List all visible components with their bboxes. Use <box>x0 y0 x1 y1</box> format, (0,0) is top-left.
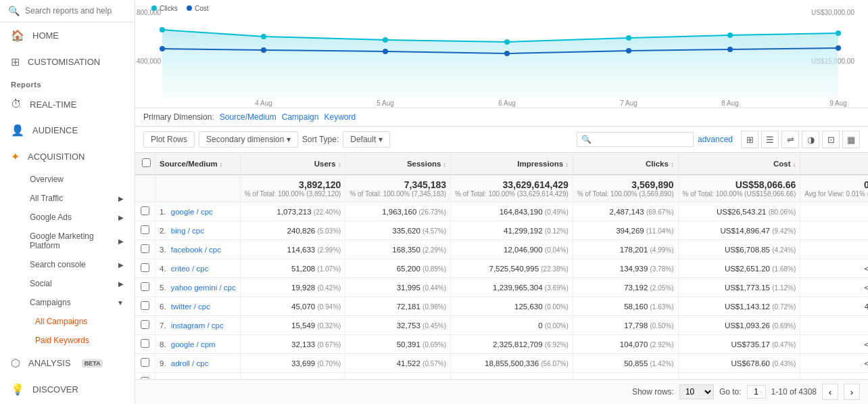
sidebar-item-realtime[interactable]: ⏱ REAL-TIME <box>0 91 135 117</box>
totals-ctr: 0.01% Avg for View: 0.01% (0.00%) <box>800 175 868 202</box>
source-link[interactable]: twitter / cpc <box>171 302 210 311</box>
source-link[interactable]: yahoo gemini / cpc <box>171 284 236 292</box>
sidebar-sub-paid-keywords[interactable]: Paid Keywords <box>0 331 135 350</box>
th-users[interactable]: Users ↕ <box>240 153 345 175</box>
table-row: 1. google / cpc 1,073,213 (22.40%) 1,963… <box>135 202 868 221</box>
select-all-checkbox[interactable] <box>142 158 151 167</box>
totals-cost: US$58,066.66 % of Total: 100.00% (US$158… <box>678 175 800 202</box>
sidebar-item-audience[interactable]: 👤 AUDIENCE <box>0 117 135 143</box>
sidebar-item-acquisition[interactable]: ✦ ACQUISITION <box>0 143 135 170</box>
table-row: 7. instagram / cpc 15,549 (0.32%) 32,753… <box>135 316 868 335</box>
row-source: 10. outbrain / cpc <box>155 373 241 380</box>
sidebar-item-discover[interactable]: 💡 DISCOVER <box>0 376 135 403</box>
row-impressions: 244,194 (0.00%) <box>451 373 573 380</box>
advanced-link[interactable]: advanced <box>698 135 733 144</box>
row-users: 240,826 (5.03%) <box>240 221 345 240</box>
goto-label: Go to: <box>719 387 742 397</box>
row-ctr: 0.00% <box>800 316 868 335</box>
row-clicks: 178,201 (4.99%) <box>573 240 678 259</box>
realtime-label: REAL-TIME <box>30 99 76 110</box>
source-link[interactable]: google / cpm <box>171 340 216 349</box>
sidebar-item-customisation[interactable]: ⊞ CUSTOMISATION <box>0 49 135 75</box>
table-search-input[interactable] <box>594 135 689 144</box>
th-clicks[interactable]: Clicks ↕ <box>573 153 678 175</box>
sidebar-item-home[interactable]: 🏠 HOME <box>0 22 135 49</box>
secondary-dimension-button[interactable]: Secondary dimension ▾ <box>199 131 298 148</box>
row-checkbox[interactable] <box>135 259 155 278</box>
next-page-button[interactable]: › <box>844 384 860 400</box>
chart-view-button[interactable]: ▦ <box>842 131 860 148</box>
pivot-view-button[interactable]: ⊡ <box>822 131 840 148</box>
row-cost: US$678.60 (0.43%) <box>678 354 800 373</box>
row-checkbox[interactable] <box>135 240 155 259</box>
totals-users: 3,892,120 % of Total: 100.00% (3,892,120… <box>240 175 345 202</box>
rows-per-page-select[interactable]: 10 25 50 100 <box>679 384 714 399</box>
sidebar-item-analysis[interactable]: ⬡ ANALYSIS BETA <box>0 350 135 376</box>
sidebar-sub-google-ads[interactable]: Google Ads ▶ <box>0 208 135 227</box>
row-checkbox[interactable] <box>135 316 155 335</box>
row-ctr: <0.01% <box>800 278 868 297</box>
row-impressions: 2,325,812,709 (6.92%) <box>451 335 573 354</box>
row-checkbox[interactable] <box>135 278 155 297</box>
list-view-button[interactable]: ☰ <box>761 131 779 148</box>
source-link[interactable]: bing / cpc <box>171 227 204 235</box>
svg-text:Clicks: Clicks <box>160 5 178 12</box>
sort-default-button[interactable]: Default ▾ <box>343 131 389 148</box>
row-source: 8. google / cpm <box>155 335 241 354</box>
search-bar[interactable]: 🔍 <box>0 0 135 22</box>
checkbox-header[interactable] <box>135 153 155 175</box>
svg-point-22 <box>727 47 733 52</box>
keyword-link[interactable]: Keyword <box>324 112 356 122</box>
sidebar-sub-gmp[interactable]: Google Marketing Platform ▶ <box>0 227 135 255</box>
row-cost: US$1,773.15 (1.12%) <box>678 278 800 297</box>
svg-text:800,000: 800,000 <box>137 9 162 16</box>
th-sessions[interactable]: Sessions ↕ <box>345 153 451 175</box>
row-sessions: 50,391 (0.69%) <box>345 335 451 354</box>
row-checkbox[interactable] <box>135 373 155 380</box>
campaign-link[interactable]: Campaign <box>282 112 319 122</box>
discover-label: DISCOVER <box>32 384 78 395</box>
totals-checkbox <box>135 175 155 202</box>
svg-point-17 <box>160 46 165 51</box>
source-link[interactable]: criteo / cpc <box>171 265 209 273</box>
pie-view-button[interactable]: ◑ <box>802 131 819 148</box>
row-checkbox[interactable] <box>135 297 155 316</box>
row-checkbox[interactable] <box>135 354 155 373</box>
source-link[interactable]: google / cpc <box>171 208 213 216</box>
row-source: 2. bing / cpc <box>155 221 241 240</box>
row-checkbox[interactable] <box>135 202 155 221</box>
table-search-box[interactable]: 🔍 <box>577 132 694 147</box>
source-link[interactable]: instagram / cpc <box>171 321 224 330</box>
th-impressions[interactable]: Impressions ↕ <box>451 153 573 175</box>
search-input[interactable] <box>25 6 126 16</box>
source-link[interactable]: facebook / cpc <box>171 246 221 254</box>
source-medium-link[interactable]: Source/Medium <box>220 112 276 122</box>
analysis-icon: ⬡ <box>11 357 20 369</box>
prev-page-button[interactable]: ‹ <box>822 384 838 400</box>
sidebar-sub-all-campaigns[interactable]: All Campaigns <box>0 312 135 331</box>
chart-area: 800,000 400,000 US$30,000.00 US$15,000.0… <box>135 0 868 108</box>
th-cost[interactable]: Cost ↓ <box>678 153 800 175</box>
row-cost: US$503.24 (0.32%) <box>678 373 800 380</box>
sidebar-sub-campaigns[interactable]: Campaigns ▼ <box>0 293 135 312</box>
row-users: 114,633 (2.99%) <box>240 240 345 259</box>
source-link[interactable]: adroll / cpc <box>171 359 209 367</box>
row-clicks: 104,070 (2.92%) <box>573 335 678 354</box>
sidebar-sub-social[interactable]: Social ▶ <box>0 274 135 293</box>
grid-view-button[interactable]: ⊞ <box>741 131 758 148</box>
plot-rows-button[interactable]: Plot Rows <box>143 131 195 148</box>
compare-view-button[interactable]: ⇌ <box>781 131 799 148</box>
goto-input[interactable] <box>747 385 766 399</box>
sidebar-sub-all-traffic[interactable]: All Traffic ▶ <box>0 189 135 208</box>
chart-svg: 800,000 400,000 US$30,000.00 US$15,000.0… <box>135 3 868 108</box>
row-sessions: 335,620 (4.57%) <box>345 221 451 240</box>
chevron-right-icon: ▶ <box>118 280 124 288</box>
table-row: 4. criteo / cpc 51,208 (1.07%) 65,200 (0… <box>135 259 868 278</box>
analysis-label: ANALYSIS <box>28 358 71 368</box>
row-checkbox[interactable] <box>135 221 155 240</box>
th-ctr[interactable]: CTR ↕ <box>800 153 868 175</box>
sidebar-sub-overview[interactable]: Overview <box>0 170 135 189</box>
sidebar-sub-search-console[interactable]: Search console ▶ <box>0 255 135 274</box>
row-checkbox[interactable] <box>135 335 155 354</box>
th-source[interactable]: Source/Medium ↕ <box>155 153 241 175</box>
